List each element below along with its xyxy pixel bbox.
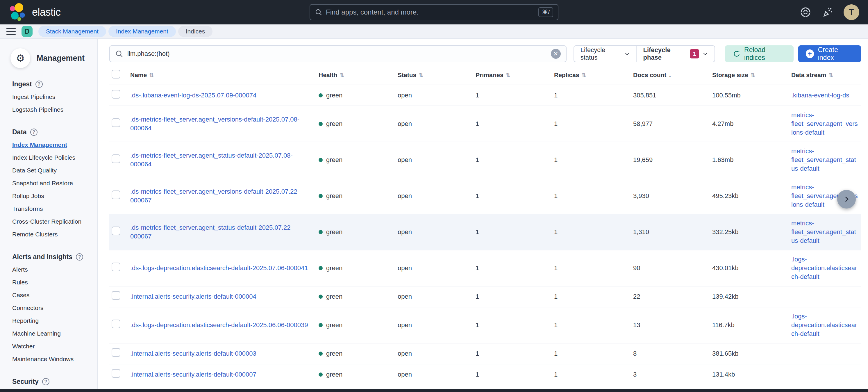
sidebar-item-rules[interactable]: Rules	[12, 276, 94, 289]
docs-count-cell: 22	[631, 286, 710, 307]
docs-count-cell: 90	[631, 250, 710, 286]
data-stream-link[interactable]: .logs-deprecation.elasticsearch-default	[791, 312, 857, 337]
column-header-health[interactable]: Health⇅	[316, 65, 395, 85]
health-cell: green	[316, 142, 395, 178]
sidebar-item-connectors[interactable]: Connectors	[12, 302, 94, 314]
table-header-row: Name⇅Health⇅Status⇅Primaries⇅Replicas⇅Do…	[109, 65, 861, 85]
elastic-logo[interactable]: elastic	[9, 3, 61, 21]
newsfeed-icon[interactable]	[822, 6, 834, 18]
breadcrumb-stack-management[interactable]: Stack Management	[38, 26, 106, 37]
data-stream-link[interactable]: metrics-fleet_server.agent_status-defaul…	[791, 147, 856, 172]
select-all-checkbox[interactable]	[112, 70, 120, 79]
status-cell: open	[395, 142, 473, 178]
sidebar-item-maintenance-windows[interactable]: Maintenance Windows	[12, 353, 94, 365]
space-badge[interactable]: D	[22, 26, 33, 37]
sidebar-section-title-data: Data?	[12, 128, 94, 136]
health-cell: green	[316, 250, 395, 286]
column-header-replicas[interactable]: Replicas⇅	[552, 65, 631, 85]
clear-filter-icon[interactable]: ✕	[551, 49, 561, 59]
index-filter-input[interactable]: ilm.phase:(hot) ✕	[109, 46, 566, 62]
refresh-icon	[733, 50, 740, 58]
column-header-data-stream[interactable]: Data stream⇅	[789, 65, 861, 85]
column-header-storage-size[interactable]: Storage size⇅	[710, 65, 789, 85]
primaries-cell: 1	[473, 364, 552, 385]
section-help-icon[interactable]: ?	[35, 81, 43, 88]
row-checkbox[interactable]	[112, 154, 120, 163]
indices-table: Name⇅Health⇅Status⇅Primaries⇅Replicas⇅Do…	[109, 65, 861, 392]
data-stream-link[interactable]: metrics-fleet_server.agent_versions-defa…	[791, 111, 858, 136]
menu-icon[interactable]	[6, 28, 16, 35]
row-checkbox[interactable]	[112, 227, 120, 235]
index-name-link[interactable]: .internal.alerts-security.alerts-default…	[130, 371, 256, 378]
sidebar-item-data-set-quality[interactable]: Data Set Quality	[12, 164, 94, 177]
sidebar-item-snapshot-and-restore[interactable]: Snapshot and Restore	[12, 177, 94, 190]
user-avatar[interactable]: T	[844, 4, 859, 20]
primaries-cell: 1	[473, 214, 552, 250]
index-name-link[interactable]: .ds-metrics-fleet_server.agent_status-de…	[130, 224, 293, 240]
sidebar-item-remote-clusters[interactable]: Remote Clusters	[12, 228, 94, 241]
primaries-cell: 1	[473, 85, 552, 106]
sidebar-item-rollup-jobs[interactable]: Rollup Jobs	[12, 190, 94, 202]
global-search-input[interactable]: Find apps, content, and more. ⌘/	[310, 4, 558, 20]
sidebar-item-transforms[interactable]: Transforms	[12, 202, 94, 215]
column-header-name[interactable]: Name⇅	[128, 65, 316, 85]
index-name-link[interactable]: .internal.alerts-security.alerts-default…	[130, 293, 256, 300]
index-name-link[interactable]: .ds-.kibana-event-log-ds-2025.07.09-0000…	[130, 92, 256, 99]
sort-icon: ⇅	[750, 72, 755, 78]
status-cell: open	[395, 85, 473, 106]
bottom-edge-bar	[0, 389, 868, 392]
row-checkbox[interactable]	[112, 320, 120, 328]
sidebar-item-logstash-pipelines[interactable]: Logstash Pipelines	[12, 103, 94, 116]
sidebar-item-alerts[interactable]: Alerts	[12, 263, 94, 276]
column-header-status[interactable]: Status⇅	[395, 65, 473, 85]
lifecycle-status-filter[interactable]: Lifecycle status	[574, 46, 636, 62]
breadcrumb-index-management[interactable]: Index Management	[108, 26, 176, 37]
sidebar-item-index-management[interactable]: Index Management	[12, 139, 94, 151]
health-cell: green	[316, 214, 395, 250]
index-name-link[interactable]: .ds-.logs-deprecation.elasticsearch-defa…	[130, 321, 308, 329]
section-help-icon[interactable]: ?	[42, 378, 50, 385]
table-row: .ds-.logs-deprecation.elasticsearch-defa…	[109, 250, 861, 286]
data-stream-link[interactable]: metrics-fleet_server.agent_status-defaul…	[791, 219, 856, 244]
help-icon[interactable]	[799, 6, 812, 18]
docs-count-cell: 58,977	[631, 106, 710, 142]
sidebar-item-watcher[interactable]: Watcher	[12, 340, 94, 353]
row-checkbox[interactable]	[112, 369, 120, 378]
section-help-icon[interactable]: ?	[30, 128, 37, 136]
data-stream-link[interactable]: .kibana-event-log-ds	[791, 92, 849, 99]
status-cell: open	[395, 364, 473, 385]
storage-size-cell: 430.01kb	[710, 250, 789, 286]
primaries-cell: 1	[473, 106, 552, 142]
docs-count-cell: 8	[631, 343, 710, 364]
index-name-link[interactable]: .ds-metrics-fleet_server.agent_versions-…	[130, 116, 300, 132]
column-header-docs-count[interactable]: Docs count↓	[631, 65, 710, 85]
sidebar-item-reporting[interactable]: Reporting	[12, 314, 94, 327]
row-checkbox[interactable]	[112, 291, 120, 300]
row-checkbox[interactable]	[112, 90, 120, 98]
row-checkbox[interactable]	[112, 263, 120, 271]
sidebar-item-ingest-pipelines[interactable]: Ingest Pipelines	[12, 90, 94, 103]
row-checkbox[interactable]	[112, 348, 120, 357]
row-checkbox[interactable]	[112, 190, 120, 199]
index-name-link[interactable]: .internal.alerts-security.alerts-default…	[130, 350, 256, 357]
table-body: .ds-.kibana-event-log-ds-2025.07.09-0000…	[109, 85, 861, 392]
row-checkbox[interactable]	[112, 118, 120, 127]
sidebar-item-machine-learning[interactable]: Machine Learning	[12, 327, 94, 340]
sidebar-item-index-lifecycle-policies[interactable]: Index Lifecycle Policies	[12, 151, 94, 164]
index-name-link[interactable]: .ds-metrics-fleet_server.agent_status-de…	[130, 152, 293, 168]
index-name-link[interactable]: .ds-.logs-deprecation.elasticsearch-defa…	[130, 264, 308, 272]
management-sidebar: ⚙ Management Ingest?Ingest PipelinesLogs…	[0, 39, 98, 392]
table-row: .ds-metrics-fleet_server.agent_status-de…	[109, 214, 861, 250]
expand-panel-button[interactable]	[837, 190, 856, 209]
sidebar-item-cases[interactable]: Cases	[12, 289, 94, 302]
index-name-link[interactable]: .ds-metrics-fleet_server.agent_versions-…	[130, 188, 300, 204]
create-index-button[interactable]: + Create index	[798, 46, 861, 62]
health-dot-icon	[319, 93, 323, 97]
section-help-icon[interactable]: ?	[76, 253, 83, 261]
elastic-logo-text: elastic	[32, 6, 61, 18]
sidebar-item-cross-cluster-replication[interactable]: Cross-Cluster Replication	[12, 215, 94, 228]
lifecycle-phase-filter[interactable]: Lifecycle phase 1	[636, 46, 714, 62]
data-stream-link[interactable]: .logs-deprecation.elasticsearch-default	[791, 255, 857, 280]
column-header-primaries[interactable]: Primaries⇅	[473, 65, 552, 85]
reload-indices-button[interactable]: Reload indices	[725, 46, 794, 62]
